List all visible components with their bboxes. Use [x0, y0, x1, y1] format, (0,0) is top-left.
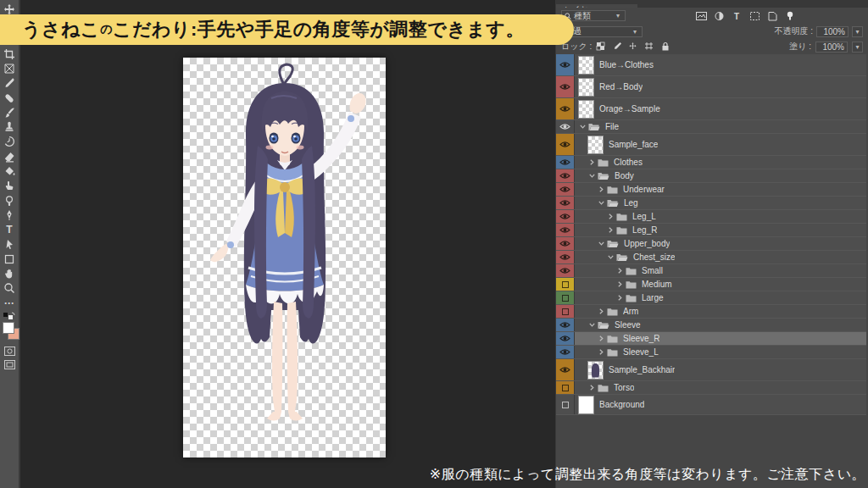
layer-row-Leg[interactable]: Leg	[556, 197, 866, 210]
quick-mask-icon[interactable]	[0, 344, 19, 358]
layer-color-chip[interactable]	[556, 381, 575, 394]
history-brush-tool[interactable]	[0, 135, 19, 149]
layer-row-Sample_face[interactable]: Sample_face	[556, 134, 866, 156]
layer-row-Orage-Sample[interactable]: Orage→Sample	[556, 98, 866, 120]
layer-row-Chest_size[interactable]: Chest_size	[556, 251, 866, 264]
collapse-group-chevron[interactable]	[587, 323, 596, 327]
smudge-tool[interactable]	[0, 179, 19, 193]
opacity-value[interactable]: 100%	[816, 26, 849, 37]
layer-color-chip[interactable]	[556, 278, 575, 291]
layer-row-Small[interactable]: Small	[556, 264, 866, 278]
expand-group-chevron[interactable]	[615, 281, 624, 287]
expand-group-chevron[interactable]	[587, 385, 596, 391]
expand-group-chevron[interactable]	[597, 336, 605, 341]
opacity-dropdown-button[interactable]: ▾	[852, 26, 863, 37]
layer-color-chip[interactable]	[556, 183, 575, 196]
expand-group-chevron[interactable]	[606, 227, 615, 233]
expand-group-chevron[interactable]	[597, 349, 605, 355]
eyedropper-tool[interactable]	[0, 76, 19, 91]
collapse-group-chevron[interactable]	[597, 241, 605, 246]
layer-color-chip[interactable]	[556, 120, 575, 133]
layer-color-chip[interactable]	[556, 156, 575, 169]
zoom-tool[interactable]	[0, 281, 19, 296]
layer-row-Large[interactable]: Large	[556, 291, 866, 305]
layer-thumbnail[interactable]	[587, 136, 604, 154]
layer-color-chip[interactable]	[556, 319, 575, 331]
expand-group-chevron[interactable]	[615, 295, 624, 301]
layer-row-Background[interactable]: Background	[556, 395, 866, 415]
lock-artboard-icon[interactable]	[644, 42, 655, 52]
swap-colors-icon[interactable]	[3, 312, 16, 320]
path-select-tool[interactable]	[0, 237, 19, 252]
layer-row-Sleeve_R[interactable]: Sleeve_R	[556, 332, 866, 346]
expand-group-chevron[interactable]	[597, 186, 605, 192]
layer-filter-toggle-icon[interactable]	[784, 10, 797, 21]
layer-color-chip[interactable]	[556, 237, 575, 250]
foreground-color[interactable]	[3, 322, 14, 334]
layer-color-chip[interactable]	[556, 98, 575, 119]
type-tool[interactable]: T	[0, 223, 19, 237]
layer-row-Body[interactable]: Body	[556, 169, 866, 183]
crop-tool[interactable]	[0, 47, 19, 61]
layer-row-Torso[interactable]: Torso	[556, 381, 866, 395]
expand-group-chevron[interactable]	[615, 268, 624, 274]
lock-position-icon[interactable]	[628, 42, 639, 52]
layer-color-chip[interactable]	[556, 169, 575, 182]
layer-row-Blue-Clothes[interactable]: Blue→Clothes	[556, 54, 866, 76]
type-layer-filter-icon[interactable]: T	[731, 10, 743, 21]
layer-row-Upper_body[interactable]: Upper_body	[556, 237, 866, 251]
expand-group-chevron[interactable]	[587, 159, 596, 165]
adjustment-layer-filter-icon[interactable]	[713, 10, 726, 21]
layer-thumbnail[interactable]	[587, 361, 604, 380]
edit-toolbar[interactable]: ···	[0, 296, 19, 310]
collapse-group-chevron[interactable]	[597, 201, 605, 205]
lock-all-icon[interactable]	[660, 42, 671, 52]
layer-color-chip[interactable]	[556, 291, 575, 304]
paint-bucket-tool[interactable]	[0, 164, 19, 178]
frame-tool[interactable]	[0, 61, 19, 75]
fill-dropdown-button[interactable]: ▾	[852, 42, 863, 53]
collapse-group-chevron[interactable]	[578, 125, 587, 129]
layer-thumbnail[interactable]	[578, 100, 594, 119]
pen-tool[interactable]	[0, 208, 19, 222]
pixel-layer-filter-icon[interactable]	[695, 10, 708, 21]
layer-color-chip[interactable]	[556, 76, 575, 97]
layer-row-Underwear[interactable]: Underwear	[556, 183, 866, 197]
layer-color-chip[interactable]	[556, 197, 575, 209]
layer-color-chip[interactable]	[556, 346, 575, 358]
lock-pixels-icon[interactable]	[612, 42, 623, 52]
layer-color-chip[interactable]	[556, 251, 575, 263]
layer-color-chip[interactable]	[556, 332, 575, 345]
layer-color-chip[interactable]	[556, 224, 575, 236]
rectangle-tool[interactable]	[0, 252, 19, 266]
lock-transparency-icon[interactable]	[596, 42, 607, 52]
layer-color-chip[interactable]	[556, 264, 575, 277]
layer-color-chip[interactable]	[556, 305, 575, 318]
layer-color-chip[interactable]	[556, 359, 575, 380]
layer-row-Clothes[interactable]: Clothes	[556, 156, 866, 169]
layer-color-chip[interactable]	[556, 395, 575, 414]
layer-row-Arm[interactable]: Arm	[556, 305, 866, 319]
layer-filter-kind-select[interactable]: 種類 ▾	[561, 10, 626, 21]
brush-tool[interactable]	[0, 105, 19, 119]
layer-row-Leg_L[interactable]: Leg_L	[556, 210, 866, 224]
screen-mode-icon[interactable]	[0, 358, 19, 371]
fill-value[interactable]: 100%	[815, 42, 848, 53]
layer-row-Leg_R[interactable]: Leg_R	[556, 224, 866, 237]
layer-thumbnail[interactable]	[578, 56, 594, 75]
layers-tab[interactable]: レイヤー	[556, 4, 637, 8]
dodge-tool[interactable]	[0, 193, 19, 208]
layer-row-Sleeve[interactable]: Sleeve	[556, 319, 866, 332]
hand-tool[interactable]	[0, 266, 19, 280]
layer-thumbnail[interactable]	[578, 78, 594, 97]
smart-object-filter-icon[interactable]	[766, 10, 779, 21]
expand-group-chevron[interactable]	[597, 308, 605, 314]
layer-thumbnail[interactable]	[578, 396, 594, 414]
layer-row-Red-Body[interactable]: Red→Body	[556, 76, 866, 98]
layer-row-Medium[interactable]: Medium	[556, 278, 866, 291]
spot-healing-tool[interactable]	[0, 91, 19, 105]
layer-row-File[interactable]: File	[556, 120, 866, 134]
layer-color-chip[interactable]	[556, 134, 575, 155]
shape-layer-filter-icon[interactable]	[748, 10, 761, 21]
clone-stamp-tool[interactable]	[0, 119, 19, 134]
